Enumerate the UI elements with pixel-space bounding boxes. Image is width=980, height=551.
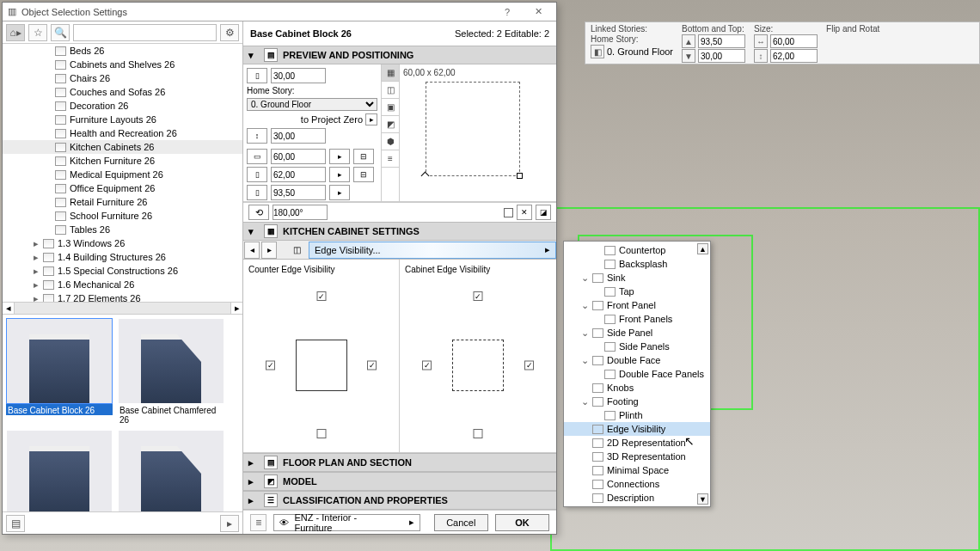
popup-item[interactable]: Countertop (564, 243, 710, 257)
size1-input[interactable] (770, 34, 818, 48)
tree-item[interactable]: ▸1.5 Special Constructions 26 (3, 264, 242, 278)
tree-item[interactable]: Tables 26 (3, 223, 242, 236)
tree-scrollbar[interactable]: ◂ ▸ (3, 302, 242, 314)
view-list-button[interactable]: ≡ (382, 150, 399, 168)
story-select[interactable]: 0. Ground Floor (247, 98, 377, 111)
pp-val4[interactable] (271, 167, 326, 182)
classification-header[interactable]: ▸ ☰ CLASSIFICATION AND PROPERTIES (243, 491, 556, 510)
mirror-icon[interactable]: ✕ (517, 205, 532, 220)
cab-bottom-check[interactable] (474, 429, 483, 438)
view-top-button[interactable]: ▦ (382, 64, 399, 82)
view-iso-button[interactable]: ⬢ (382, 133, 399, 150)
tree-item[interactable]: Decoration 26 (3, 99, 242, 113)
bottom-input[interactable] (698, 49, 745, 63)
preview-grid[interactable]: Base Cabinet Block 26Base Cabinet Chamfe… (3, 314, 242, 511)
kitchen-settings-header[interactable]: ▾ ▦ KITCHEN CABINET SETTINGS (243, 222, 556, 241)
handle-br[interactable] (517, 173, 523, 179)
search-icon[interactable]: 🔍 (51, 24, 70, 41)
scroll-up-button[interactable]: ▲ (697, 243, 708, 254)
tree-item[interactable]: Kitchen Furniture 26 (3, 154, 242, 168)
edge-bottom-check[interactable] (316, 429, 326, 438)
popup-item[interactable]: Description (564, 491, 710, 505)
popup-item[interactable]: Backsplash (564, 257, 710, 271)
folder-view-button[interactable]: ⌂▸ (6, 24, 25, 41)
popup-item[interactable]: Plinth (564, 408, 710, 422)
cab-top-check[interactable]: ✓ (474, 291, 483, 301)
tree-item[interactable]: Health and Recreation 26 (3, 126, 242, 140)
close-button[interactable]: ✕ (525, 3, 551, 21)
cancel-button[interactable]: Cancel (434, 514, 488, 531)
layer-dropdown[interactable]: 👁 ENZ - Interior - Furniture ▸ (273, 514, 420, 531)
popup-item[interactable]: 2D Representation (564, 436, 710, 450)
pp-val2[interactable] (271, 128, 326, 144)
cab-left-check[interactable]: ✓ (422, 360, 432, 370)
popup-item[interactable]: ⌄Double Face (564, 353, 710, 367)
edge-right-check[interactable]: ✓ (367, 360, 377, 370)
tree-item[interactable]: ▸1.7 2D Elements 26 (3, 291, 242, 302)
link-icon[interactable]: ⊟ (353, 149, 374, 164)
settings-popup-menu[interactable]: ▲ ▼ CountertopBacksplash⌄SinkTap⌄Front P… (563, 241, 711, 507)
tree-item[interactable]: Retail Furniture 26 (3, 195, 242, 209)
tree-item[interactable]: ▸1.6 Mechanical 26 (3, 278, 242, 291)
tree-item[interactable]: ▸1.3 Windows 26 (3, 236, 242, 250)
edge-left-check[interactable]: ✓ (266, 360, 275, 370)
bottom-icon-1[interactable]: ▤ (6, 515, 25, 532)
nav-back-button[interactable]: ◂ (244, 242, 260, 259)
tree-item[interactable]: Medical Equipment 26 (3, 168, 242, 181)
link-icon-2[interactable]: ⊟ (353, 167, 374, 182)
tree-item[interactable]: School Furniture 26 (3, 209, 242, 223)
tree-item[interactable]: Cabinets and Shelves 26 (3, 58, 242, 71)
nav-fwd-button[interactable]: ▸ (261, 242, 277, 259)
help-button[interactable]: ? (494, 3, 520, 21)
tree-item[interactable]: Couches and Sofas 26 (3, 85, 242, 99)
popup-item[interactable]: ⌄Footing (564, 395, 710, 408)
thumbnail[interactable]: Base Cabinet Block 26 (6, 318, 113, 425)
popup-item[interactable]: Double Face Panels (564, 367, 710, 381)
favorite-button[interactable]: ☆ (28, 24, 47, 41)
bottom-icon-2[interactable]: ▸ (220, 515, 239, 532)
popup-item[interactable]: ⌄Front Panel (564, 298, 710, 312)
pp-preview[interactable]: 60,00 x 62,00 (400, 64, 556, 201)
scroll-down-button[interactable]: ▼ (697, 493, 708, 505)
size2-input[interactable] (770, 49, 818, 63)
tree-item[interactable]: Office Equipment 26 (3, 181, 242, 195)
tree-item[interactable]: Beds 26 (3, 44, 242, 58)
popup-item[interactable]: Edge Visibility (564, 422, 710, 436)
project-zero-icon[interactable]: ▸ (365, 113, 377, 126)
ok-button[interactable]: OK (495, 514, 549, 531)
popup-item[interactable]: Tap (564, 285, 710, 298)
floor-plan-header[interactable]: ▸ ▤ FLOOR PLAN AND SECTION (243, 453, 556, 472)
thumbnail[interactable] (6, 430, 113, 511)
edge-visibility-dropdown[interactable]: Edge Visibility... ▸ (309, 242, 556, 259)
tree-item[interactable]: Kitchen Cabinets 26 (3, 140, 242, 154)
pp-val3[interactable] (271, 149, 326, 164)
view-front-button[interactable]: ▣ (382, 99, 399, 116)
view-3d-button[interactable]: ◩ (382, 116, 399, 133)
lock-icon-3[interactable]: ▸ (329, 185, 350, 200)
view-side-button[interactable]: ◫ (382, 82, 399, 99)
model-header[interactable]: ▸ ◩ MODEL (243, 472, 556, 491)
tree-item[interactable]: Furniture Layouts 26 (3, 113, 242, 126)
tree-item[interactable]: Chairs 26 (3, 71, 242, 85)
popup-item[interactable]: Connections (564, 477, 710, 491)
angle-input[interactable] (273, 205, 328, 220)
popup-item[interactable]: ⌄Sink (564, 271, 710, 285)
tree-item[interactable]: ▸1.4 Building Structures 26 (3, 250, 242, 264)
popup-item[interactable]: Knobs (564, 381, 710, 395)
edge-top-check[interactable]: ✓ (316, 291, 326, 301)
preview-positioning-header[interactable]: ▾ ▤ PREVIEW AND POSITIONING (243, 46, 556, 64)
popup-item[interactable]: 3D Representation (564, 450, 710, 463)
lock-icon-2[interactable]: ▸ (329, 167, 350, 182)
popup-item[interactable]: Minimal Space (564, 463, 710, 477)
popup-item[interactable]: Front Panels (564, 312, 710, 326)
thumbnail[interactable]: Base Cabinet Chamfered 26 (118, 318, 224, 425)
pp-val1[interactable] (271, 68, 326, 83)
popup-item[interactable]: ⌄Side Panel (564, 326, 710, 340)
popup-item[interactable]: Side Panels (564, 340, 710, 353)
thumbnail[interactable] (118, 430, 224, 511)
search-input[interactable] (73, 24, 217, 41)
cab-right-check[interactable]: ✓ (524, 360, 534, 370)
pp-val5[interactable] (271, 185, 326, 200)
mirror-check[interactable] (504, 208, 513, 217)
rotate-icon[interactable]: ◪ (536, 205, 551, 220)
